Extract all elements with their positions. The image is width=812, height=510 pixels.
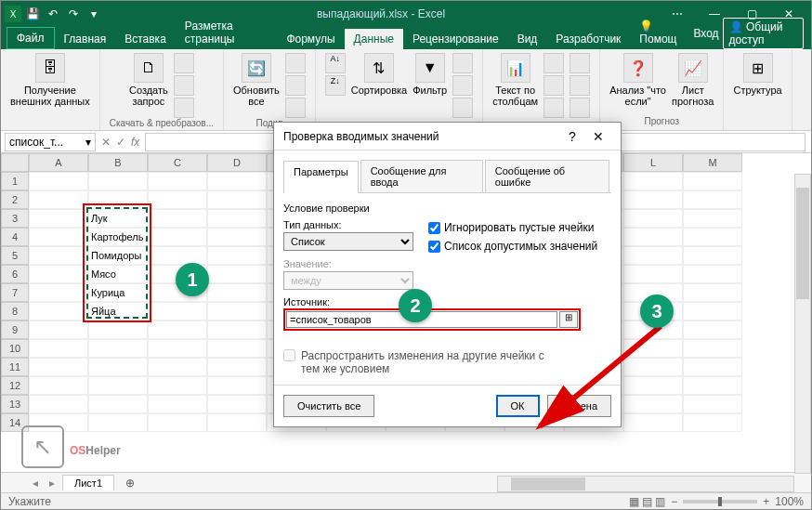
- cell[interactable]: [207, 209, 267, 228]
- cell[interactable]: [29, 395, 88, 413]
- cell[interactable]: [148, 190, 207, 209]
- remove-dup-button[interactable]: [544, 75, 564, 96]
- outline-button[interactable]: ⊞Структура: [733, 53, 781, 96]
- cell[interactable]: [207, 320, 267, 339]
- forecast-sheet-button[interactable]: 📈Лист прогноза: [672, 53, 714, 107]
- dialog-close-icon[interactable]: ✕: [585, 129, 611, 144]
- dialog-tab-parameters[interactable]: Параметры: [283, 161, 359, 193]
- sort-desc-button[interactable]: Z↓: [325, 75, 346, 96]
- row-header[interactable]: 1: [1, 172, 29, 190]
- tab-formulas[interactable]: Формулы: [277, 29, 344, 49]
- tab-insert[interactable]: Вставка: [115, 29, 176, 49]
- cell-b3[interactable]: Лук: [88, 209, 148, 228]
- sheet-nav-prev[interactable]: ◂: [29, 477, 42, 490]
- row-header[interactable]: 6: [1, 265, 29, 283]
- cell-b5[interactable]: Помидоры: [88, 246, 148, 265]
- cell[interactable]: [683, 302, 742, 320]
- cell[interactable]: [623, 172, 683, 190]
- qat-more-icon[interactable]: ▾: [85, 5, 103, 23]
- cell[interactable]: [88, 172, 148, 190]
- cell[interactable]: [623, 190, 683, 209]
- cell[interactable]: [148, 395, 207, 413]
- row-header[interactable]: 10: [1, 339, 29, 358]
- cell[interactable]: [207, 376, 267, 395]
- cell[interactable]: [207, 283, 267, 302]
- dialog-help-icon[interactable]: ?: [559, 129, 585, 144]
- cell[interactable]: [683, 376, 742, 395]
- cell[interactable]: [148, 413, 207, 432]
- col-header[interactable]: L: [623, 153, 683, 172]
- cell[interactable]: [683, 320, 742, 339]
- cell[interactable]: [683, 413, 742, 432]
- cell[interactable]: [29, 302, 88, 320]
- from-table-button[interactable]: [174, 75, 194, 96]
- cell[interactable]: [623, 265, 683, 283]
- cell[interactable]: [207, 228, 267, 246]
- cell[interactable]: [148, 209, 207, 228]
- row-header[interactable]: 13: [1, 395, 29, 413]
- row-header[interactable]: 4: [1, 228, 29, 246]
- cell[interactable]: [29, 283, 88, 302]
- ignore-blank-checkbox[interactable]: [428, 222, 440, 234]
- refresh-all-button[interactable]: 🔄Обновить все: [233, 53, 280, 118]
- dialog-tab-error-alert[interactable]: Сообщение об ошибке: [485, 160, 609, 192]
- enter-formula-icon[interactable]: ✓: [116, 136, 125, 149]
- cell[interactable]: [683, 283, 742, 302]
- clear-all-button[interactable]: Очистить все: [283, 395, 374, 417]
- tab-review[interactable]: Рецензирование: [403, 29, 508, 49]
- cell[interactable]: [207, 246, 267, 265]
- cell[interactable]: [148, 376, 207, 395]
- vertical-scrollbar[interactable]: [794, 174, 811, 474]
- cell[interactable]: [207, 190, 267, 209]
- clear-filter-button[interactable]: [452, 53, 473, 73]
- cell[interactable]: [683, 246, 742, 265]
- cell-b8[interactable]: Яйца: [88, 302, 148, 320]
- cell-b4[interactable]: Картофель: [88, 228, 148, 246]
- cell[interactable]: [29, 246, 88, 265]
- cell[interactable]: [29, 190, 88, 209]
- cell[interactable]: [683, 358, 742, 376]
- allow-select[interactable]: Список: [283, 232, 413, 251]
- consolidate-button[interactable]: [570, 53, 590, 73]
- cell[interactable]: [29, 172, 88, 190]
- cell[interactable]: [29, 339, 88, 358]
- cell[interactable]: [29, 209, 88, 228]
- properties-button[interactable]: [285, 75, 306, 96]
- select-all-corner[interactable]: [1, 153, 29, 172]
- tab-help[interactable]: 💡 Помощ: [630, 16, 693, 49]
- tab-view[interactable]: Вид: [508, 29, 547, 49]
- row-header[interactable]: 2: [1, 190, 29, 209]
- cell[interactable]: [148, 302, 207, 320]
- cell[interactable]: [88, 320, 148, 339]
- cell[interactable]: [207, 413, 267, 432]
- get-external-data-button[interactable]: 🗄Получение внешних данных: [10, 53, 90, 107]
- recent-button[interactable]: [174, 98, 194, 118]
- cell-b6[interactable]: Мясо: [88, 265, 148, 283]
- row-header[interactable]: 8: [1, 302, 29, 320]
- cell[interactable]: [623, 209, 683, 228]
- cell-b7[interactable]: Курица: [88, 283, 148, 302]
- cell[interactable]: [88, 376, 148, 395]
- chevron-down-icon[interactable]: ▾: [85, 136, 91, 149]
- tab-data[interactable]: Данные: [345, 29, 403, 49]
- view-pagebreak-icon[interactable]: ▥: [655, 495, 665, 508]
- zoom-slider[interactable]: [683, 500, 757, 503]
- col-header[interactable]: M: [683, 153, 742, 172]
- cell[interactable]: [148, 358, 207, 376]
- cell[interactable]: [148, 172, 207, 190]
- fx-icon[interactable]: fx: [131, 136, 139, 149]
- horizontal-scrollbar[interactable]: [497, 476, 794, 492]
- row-header[interactable]: 7: [1, 283, 29, 302]
- cell[interactable]: [88, 395, 148, 413]
- col-header[interactable]: C: [148, 153, 207, 172]
- row-header[interactable]: 12: [1, 376, 29, 395]
- sheet-tab[interactable]: Лист1: [62, 475, 114, 490]
- tab-home[interactable]: Главная: [55, 29, 116, 49]
- share-button[interactable]: 👤 Общий доступ: [723, 18, 804, 49]
- cell[interactable]: [683, 228, 742, 246]
- tab-layout[interactable]: Разметка страницы: [176, 16, 278, 49]
- cell[interactable]: [29, 376, 88, 395]
- view-normal-icon[interactable]: ▦: [629, 495, 639, 508]
- cell[interactable]: [683, 265, 742, 283]
- relationships-button[interactable]: [570, 75, 590, 96]
